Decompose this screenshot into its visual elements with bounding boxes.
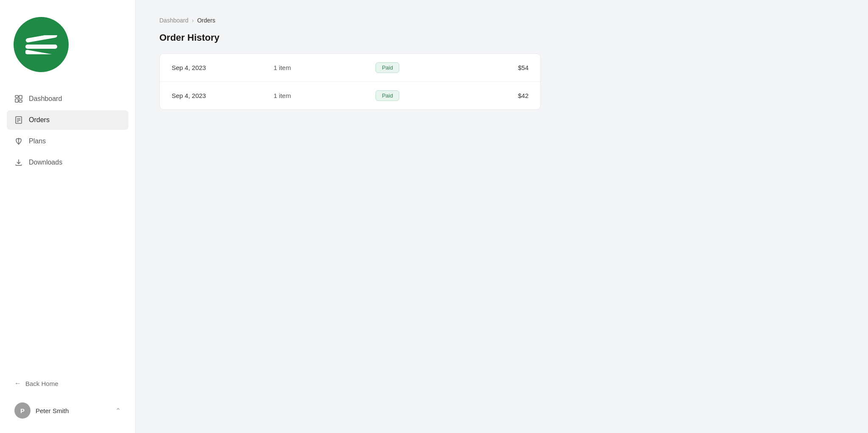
sidebar: Dashboard Orders Plans <box>0 0 136 433</box>
sidebar-item-downloads-label: Downloads <box>29 159 62 166</box>
breadcrumb: Dashboard › Orders <box>159 17 844 24</box>
orders-table: Sep 4, 2023 1 item Paid $54 Sep 4, 2023 … <box>159 53 541 110</box>
logo <box>14 17 69 72</box>
sidebar-item-plans[interactable]: Plans <box>7 131 128 151</box>
sidebar-bottom: ← Back Home P Peter Smith ⌃ <box>0 365 135 433</box>
logo-icon <box>25 35 57 54</box>
sidebar-item-orders[interactable]: Orders <box>7 110 128 130</box>
order-status: Paid <box>376 62 478 73</box>
svg-rect-0 <box>25 35 57 43</box>
plans-icon <box>14 137 23 145</box>
downloads-icon <box>14 158 23 167</box>
order-items: 1 item <box>274 92 376 99</box>
orders-icon <box>14 116 23 124</box>
breadcrumb-separator: › <box>192 17 194 24</box>
logo-area <box>0 0 135 86</box>
back-home-label: Back Home <box>25 380 58 387</box>
sidebar-item-plans-label: Plans <box>29 137 46 145</box>
user-name: Peter Smith <box>36 407 110 414</box>
sidebar-item-downloads[interactable]: Downloads <box>7 153 128 172</box>
sidebar-nav: Dashboard Orders Plans <box>0 86 135 365</box>
svg-rect-6 <box>19 100 22 102</box>
order-amount: $54 <box>478 64 529 71</box>
svg-rect-1 <box>25 45 57 49</box>
order-status: Paid <box>376 90 478 101</box>
order-items: 1 item <box>274 64 376 71</box>
status-badge: Paid <box>376 62 399 73</box>
order-amount: $42 <box>478 92 529 99</box>
back-home-arrow-icon: ← <box>14 380 21 387</box>
sidebar-item-orders-label: Orders <box>29 116 50 124</box>
page-title: Order History <box>159 32 844 43</box>
sidebar-item-dashboard[interactable]: Dashboard <box>7 89 128 109</box>
svg-rect-4 <box>15 99 18 102</box>
breadcrumb-current: Orders <box>197 17 215 24</box>
chevron-up-icon: ⌃ <box>115 407 121 415</box>
back-home-button[interactable]: ← Back Home <box>7 375 128 391</box>
order-date: Sep 4, 2023 <box>172 92 274 99</box>
svg-rect-3 <box>15 95 18 98</box>
table-row[interactable]: Sep 4, 2023 1 item Paid $54 <box>160 54 540 82</box>
svg-rect-2 <box>25 50 57 54</box>
table-row[interactable]: Sep 4, 2023 1 item Paid $42 <box>160 82 540 109</box>
breadcrumb-parent[interactable]: Dashboard <box>159 17 189 24</box>
svg-rect-5 <box>19 95 22 99</box>
dashboard-icon <box>14 95 23 103</box>
status-badge: Paid <box>376 90 399 101</box>
sidebar-item-dashboard-label: Dashboard <box>29 95 62 103</box>
main-content: Dashboard › Orders Order History Sep 4, … <box>136 0 868 433</box>
order-date: Sep 4, 2023 <box>172 64 274 71</box>
avatar: P <box>14 402 31 419</box>
user-row[interactable]: P Peter Smith ⌃ <box>7 398 128 423</box>
